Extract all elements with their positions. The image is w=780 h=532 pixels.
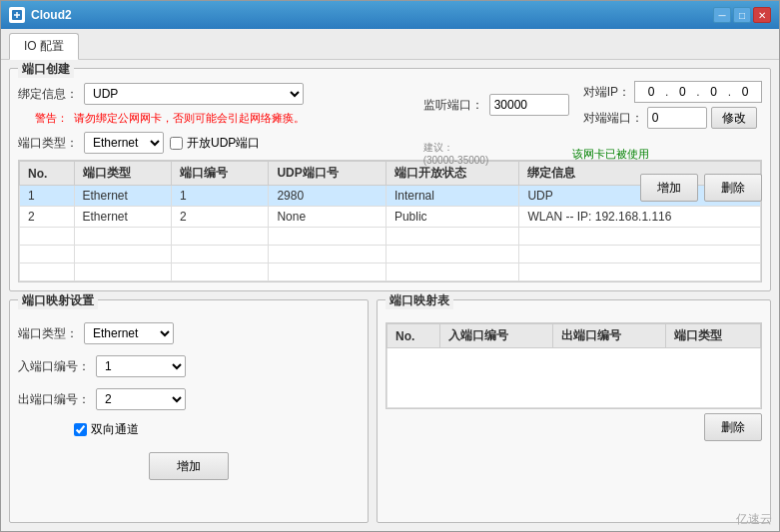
map-table-header-row: No. 入端口编号 出端口编号 端口类型 [388,324,761,348]
map-add-button[interactable]: 增加 [149,452,229,480]
map-port-type-select[interactable]: Ethernet [84,322,174,344]
map-col-no: No. [388,324,440,348]
port-create-title: 端口创建 [18,61,74,78]
ip-octet-4[interactable] [733,85,757,99]
listen-port-row: 监听端口： 对端IP： . . . [423,81,762,129]
main-content: 端口创建 绑定信息： UDP 警告： 请勿绑定公网网卡，否则可能会引起网络瘫痪。… [1,60,779,531]
warning-text: 请勿绑定公网网卡，否则可能会引起网络瘫痪。 [74,111,305,126]
listen-port-label: 监听端口： [423,97,483,114]
bidirectional-label[interactable]: 双向通道 [74,421,139,438]
remote-port-label: 对端端口： [583,110,643,127]
map-col-in: 入端口编号 [440,324,553,348]
ip-octet-3[interactable] [702,85,726,99]
table-row [20,246,761,264]
col-type: 端口类型 [74,162,171,186]
remote-port-input[interactable] [647,107,707,129]
in-port-label: 入端口编号： [18,358,90,375]
app-icon [9,7,25,23]
map-delete-btn-row: 删除 [386,413,762,441]
title-bar-buttons: ─ □ ✕ [713,7,771,23]
out-port-label: 出端口编号： [18,391,90,408]
tab-bar: IO 配置 [1,29,779,60]
map-table: No. 入端口编号 出端口编号 端口类型 [387,323,761,408]
port-type-label: 端口类型： [18,135,78,152]
bidirectional-checkbox[interactable] [74,423,87,436]
ip-octet-2[interactable] [670,85,694,99]
table-row [388,348,761,408]
col-num: 端口编号 [171,162,268,186]
out-port-select[interactable]: 1 2 [96,388,186,410]
remote-port-row: 对端端口： 修改 [583,107,762,129]
open-udp-label[interactable]: 开放UDP端口 [170,135,260,152]
delete-port-button[interactable]: 删除 [704,174,762,202]
listen-port-input[interactable] [489,94,569,116]
port-create-panel: 端口创建 绑定信息： UDP 警告： 请勿绑定公网网卡，否则可能会引起网络瘫痪。… [9,68,771,291]
port-map-table-panel: 端口映射表 No. 入端口编号 出端口编号 端口类型 [377,299,771,523]
maximize-button[interactable]: □ [733,7,751,23]
close-button[interactable]: ✕ [753,7,771,23]
in-port-select[interactable]: 1 2 [96,355,186,377]
remote-ip-row: 对端IP： . . . [583,81,762,103]
add-port-button[interactable]: 增加 [640,174,698,202]
table-row [20,228,761,246]
title-bar: Cloud2 ─ □ ✕ [1,1,779,29]
port-map-settings-title: 端口映射设置 [18,292,98,309]
tab-io-config[interactable]: IO 配置 [9,33,79,60]
bind-info-label: 绑定信息： [18,86,78,103]
map-port-type-label: 端口类型： [18,325,78,342]
remote-ip-label: 对端IP： [583,84,630,101]
port-type-select[interactable]: Ethernet [84,132,164,154]
bidirectional-row: 双向通道 [18,421,360,438]
right-section: 监听端口： 对端IP： . . . [423,81,762,202]
window-title: Cloud2 [31,8,72,22]
bottom-panels: 端口映射设置 端口类型： Ethernet 入端口编号： 1 2 [9,299,771,523]
map-col-type: 端口类型 [665,324,760,348]
used-text: 该网卡已被使用 [572,147,649,162]
warning-label: 警告： [18,111,68,126]
col-udp: UDP端口号 [269,162,386,186]
bind-info-select[interactable]: UDP [84,83,304,105]
open-udp-checkbox[interactable] [170,137,183,150]
map-delete-button[interactable]: 删除 [704,413,762,441]
in-port-row: 入端口编号： 1 2 [18,355,360,377]
table-row [20,264,761,281]
out-port-row: 出端口编号： 1 2 [18,388,360,410]
minimize-button[interactable]: ─ [713,7,731,23]
col-no: No. [20,162,75,186]
port-map-table-title: 端口映射表 [386,292,453,309]
title-bar-left: Cloud2 [9,7,72,23]
map-col-out: 出端口编号 [553,324,666,348]
map-port-type-row: 端口类型： Ethernet [18,322,360,344]
add-delete-btn-row: 增加 删除 [423,174,762,202]
map-settings-form: 端口类型： Ethernet 入端口编号： 1 2 出端口编号： [18,322,360,444]
main-window: Cloud2 ─ □ ✕ IO 配置 端口创建 绑定信息： UDP 警告： [0,0,780,532]
remote-ip-box: . . . [634,81,762,103]
modify-button[interactable]: 修改 [711,107,757,129]
map-table-container: No. 入端口编号 出端口编号 端口类型 [386,322,762,409]
map-add-btn-row: 增加 [18,452,360,480]
table-row[interactable]: 2Ethernet2NonePublicWLAN -- IP: 192.168.… [20,207,761,228]
port-map-settings-panel: 端口映射设置 端口类型： Ethernet 入端口编号： 1 2 [9,299,369,523]
ip-octet-1[interactable] [639,85,663,99]
watermark: 亿速云 [736,511,772,528]
hint-text: 建议：(30000-35000) [423,141,489,166]
